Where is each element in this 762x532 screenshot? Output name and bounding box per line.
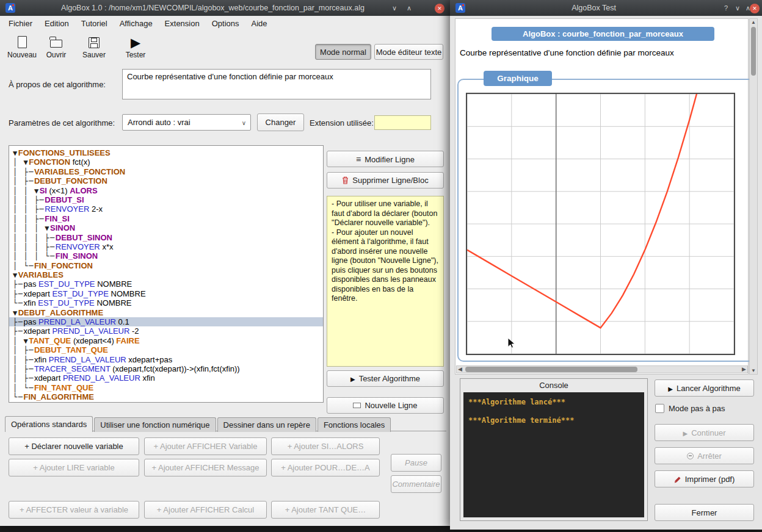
shade-icon[interactable]: ∨ bbox=[733, 4, 742, 13]
changer-button[interactable]: Changer bbox=[257, 113, 304, 131]
menu-extension[interactable]: Extension bbox=[159, 16, 206, 31]
tab-3[interactable]: Fonctions locales bbox=[318, 417, 391, 432]
step-mode-option[interactable]: Mode pas à pas bbox=[655, 404, 725, 413]
modify-line-button[interactable]: ≡Modifier Ligne bbox=[327, 151, 444, 167]
run-algorithm-button[interactable]: ▶Lancer Algorithme bbox=[655, 379, 754, 397]
tab-2[interactable]: Dessiner dans un repère bbox=[217, 417, 316, 432]
tree-token: xfin bbox=[142, 373, 154, 383]
action-button[interactable]: + Ajouter AFFICHER Calcul bbox=[144, 501, 267, 519]
action-button[interactable]: + Ajouter POUR…DE…A bbox=[271, 459, 380, 476]
tree-row[interactable]: ▼VARIABLES bbox=[9, 270, 323, 279]
action-button[interactable]: Commentaire bbox=[391, 475, 441, 493]
tree-token: EST_DU_TYPE bbox=[38, 279, 97, 289]
scroll-down-icon[interactable]: ▼ bbox=[750, 368, 757, 373]
action-button[interactable]: + Ajouter LIRE variable bbox=[9, 459, 139, 476]
extension-input[interactable] bbox=[374, 115, 431, 130]
delete-line-label: Supprimer Ligne/Bloc bbox=[352, 176, 428, 185]
scroll-right-icon[interactable]: ▶ bbox=[742, 366, 746, 373]
tab-1[interactable]: Utiliser une fonction numérique bbox=[94, 417, 216, 432]
help-icon[interactable]: ? bbox=[721, 4, 731, 13]
continue-button[interactable]: ▶Continuer bbox=[655, 424, 754, 441]
menu-fichier[interactable]: Fichier bbox=[2, 16, 38, 31]
tester-button[interactable]: ▶ Tester bbox=[118, 35, 153, 59]
tree-row[interactable]: ▼DEBUT_ALGORITHME bbox=[9, 308, 323, 317]
tree-row[interactable]: │ ▼TANT_QUE (xdepart<4) FAIRE bbox=[9, 336, 323, 345]
tree-token: EST_DU_TYPE bbox=[38, 298, 96, 307]
shade-icon[interactable]: ∨ bbox=[390, 4, 399, 13]
tree-row[interactable]: │ ▼FONCTION fct(x) bbox=[9, 157, 323, 167]
tree-row[interactable]: │ │ ├─RENVOYER 2-x bbox=[9, 204, 323, 214]
menu-edition[interactable]: Edition bbox=[38, 16, 75, 31]
close-test-button[interactable]: Fermer bbox=[655, 504, 754, 521]
maximize-icon[interactable]: ∧ bbox=[404, 4, 414, 13]
vertical-scrollbar[interactable]: ▲ ▼ bbox=[749, 18, 758, 375]
nouveau-button[interactable]: Nouveau bbox=[5, 35, 39, 59]
action-button[interactable]: + Ajouter SI…ALORS bbox=[271, 437, 380, 455]
menu-options[interactable]: Options bbox=[206, 16, 245, 31]
close-icon[interactable]: ✕ bbox=[435, 4, 445, 13]
stop-button[interactable]: Arrêter bbox=[655, 447, 754, 464]
tree-row[interactable]: │ │ ├─DEBUT_SI bbox=[9, 195, 323, 204]
action-button[interactable]: + Déclarer nouvelle variable bbox=[9, 437, 139, 455]
params-select[interactable]: Arrondi auto : vrai ∨ bbox=[122, 114, 251, 131]
tree-row[interactable]: │ ├─DEBUT_TANT_QUE bbox=[9, 345, 323, 354]
tree-row[interactable]: │ │ ▼SI (x<1) ALORS bbox=[9, 186, 323, 195]
sauver-button[interactable]: Sauver bbox=[77, 35, 111, 59]
action-button[interactable]: Pause bbox=[391, 454, 441, 472]
help-text: - Pour utiliser une variable, il faut d'… bbox=[327, 196, 444, 367]
close-icon[interactable]: ✕ bbox=[750, 4, 760, 13]
tree-row[interactable]: ├─pas EST_DU_TYPE NOMBRE bbox=[9, 279, 323, 289]
main-titlebar[interactable]: A AlgoBox 1.0 : /home/xm1/NEWCOMPIL/algo… bbox=[0, 0, 450, 16]
tree-row[interactable]: ├─pas PREND_LA_VALEUR 0.1 bbox=[9, 317, 323, 326]
scroll-left-icon[interactable]: ◀ bbox=[458, 366, 462, 373]
tree-row[interactable]: │ ├─xdepart PREND_LA_VALEUR xfin bbox=[9, 373, 323, 383]
delete-line-button[interactable]: Supprimer Ligne/Bloc bbox=[327, 172, 444, 189]
action-button[interactable]: + Ajouter TANT QUE… bbox=[271, 501, 380, 519]
tree-row[interactable]: │ │ │ ▼SINON bbox=[9, 223, 323, 232]
test-titlebar[interactable]: A AlgoBox Test ? ∨ ∧ ✕ bbox=[450, 0, 762, 16]
play-icon: ▶ bbox=[683, 430, 688, 437]
tree-row[interactable]: │ └─FIN_TANT_QUE bbox=[9, 383, 323, 392]
horizontal-scrollbar[interactable]: ◀ ▶ bbox=[456, 365, 748, 373]
tree-token: FONCTION bbox=[29, 157, 73, 167]
tab-0[interactable]: Opérations standards bbox=[5, 416, 93, 432]
graph-tab-badge[interactable]: Graphique bbox=[484, 71, 552, 86]
action-button[interactable]: + Ajouter AFFICHER Message bbox=[144, 459, 267, 476]
tree-row[interactable]: └─FIN_ALGORITHME bbox=[9, 392, 323, 401]
about-textbox[interactable]: Courbe représentative d'une fonction déf… bbox=[122, 69, 431, 99]
tree-row[interactable]: │ ├─TRACER_SEGMENT (xdepart,fct(xdepart)… bbox=[9, 364, 323, 373]
menu-affichage[interactable]: Affichage bbox=[114, 16, 159, 31]
tree-row[interactable]: │ ├─DEBUT_FONCTION bbox=[9, 176, 323, 185]
mode-normal-button[interactable]: Mode normal bbox=[315, 44, 371, 60]
scroll-up-icon[interactable]: ▲ bbox=[750, 20, 757, 25]
save-icon bbox=[89, 37, 100, 48]
tree-row[interactable]: ├─xdepart EST_DU_TYPE NOMBRE bbox=[9, 289, 323, 298]
hscrollbar-thumb[interactable] bbox=[465, 367, 637, 372]
nouveau-label: Nouveau bbox=[7, 51, 37, 59]
tree-branch-glyphs: │ └─ bbox=[13, 384, 34, 392]
tree-row[interactable]: │ │ │ ├─RENVOYER x*x bbox=[9, 242, 323, 251]
tree-row[interactable]: │ ├─xfin PREND_LA_VALEUR xdepart+pas bbox=[9, 355, 323, 364]
action-button[interactable]: + AFFECTER valeur à variable bbox=[9, 501, 139, 519]
menu-aide[interactable]: Aide bbox=[245, 16, 274, 31]
tree-row[interactable]: │ │ │ ├─DEBUT_SINON bbox=[9, 233, 323, 242]
tree-branch-glyphs: │ ├─ bbox=[13, 374, 34, 383]
action-button[interactable]: + Ajouter AFFICHER Variable bbox=[144, 437, 267, 455]
checkbox-icon[interactable] bbox=[655, 404, 664, 413]
tree-row[interactable]: │ ├─VARIABLES_FONCTION bbox=[9, 167, 323, 176]
mode-editor-button[interactable]: Mode éditeur texte bbox=[374, 44, 443, 60]
tree-row[interactable]: ▼FONCTIONS_UTILISEES bbox=[9, 148, 323, 157]
tree-row[interactable]: └─xfin EST_DU_TYPE NOMBRE bbox=[9, 298, 323, 307]
tree-row[interactable]: ├─xdepart PREND_LA_VALEUR -2 bbox=[9, 326, 323, 336]
new-line-button[interactable]: Nouvelle Ligne bbox=[327, 397, 444, 414]
print-pdf-button[interactable]: Imprimer (pdf) bbox=[655, 470, 754, 487]
vscrollbar-thumb[interactable] bbox=[751, 27, 756, 76]
bottom-tabs: Opérations standardsUtiliser une fonctio… bbox=[5, 415, 446, 431]
menu-tutoriel[interactable]: Tutoriel bbox=[75, 16, 114, 31]
tree-row[interactable]: │ │ ├─FIN_SI bbox=[9, 214, 323, 223]
tree-row[interactable]: │ │ │ └─FIN_SINON bbox=[9, 251, 323, 261]
tree-token: DEBUT_ALGORITHME bbox=[18, 308, 103, 317]
test-algorithm-button[interactable]: ▶Tester Algorithme bbox=[327, 370, 444, 387]
ouvrir-button[interactable]: Ouvrir bbox=[39, 35, 73, 59]
tree-row[interactable]: │ └─FIN_FONCTION bbox=[9, 261, 323, 270]
